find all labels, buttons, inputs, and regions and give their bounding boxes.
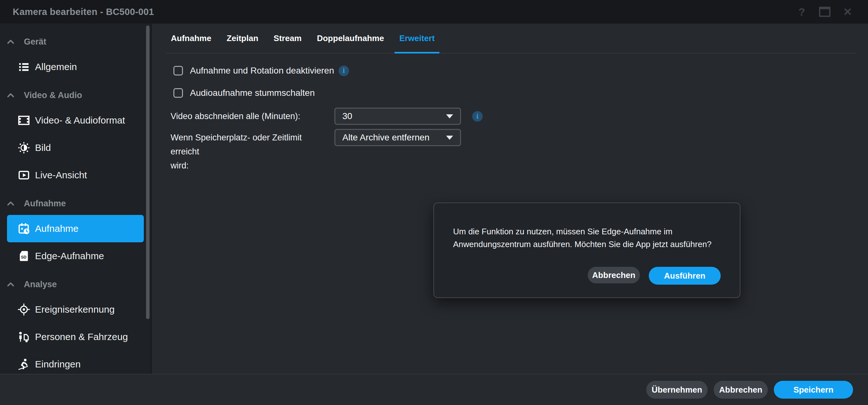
tab-bar: AufnahmeZeitplanStreamDoppelaufnahmeErwe…: [166, 24, 856, 54]
abbrechen-button[interactable]: Abbrechen: [714, 381, 768, 399]
sidebar-section-header-video-audio[interactable]: Video & Audio: [0, 84, 151, 107]
sidebar-item-label: Allgemein: [35, 61, 77, 72]
footer-bar: ÜbernehmenAbbrechenSpeichern: [0, 374, 868, 405]
content-panel: AufnahmeZeitplanStreamDoppelaufnahmeErwe…: [152, 24, 868, 374]
sidebar-item-bild[interactable]: Bild: [7, 134, 144, 162]
target-icon: [18, 303, 30, 316]
sidebar: GerätAllgemeinVideo & AudioVideo- & Audi…: [0, 24, 152, 374]
sidebar-section-label: Gerät: [24, 37, 46, 47]
checkbox-label: Audioaufnahme stummschalten: [190, 88, 315, 98]
sidebar-section-label: Analyse: [24, 280, 57, 289]
übernehmen-button[interactable]: Übernehmen: [646, 381, 708, 399]
sidebar-section-analyse: AnalyseEreigniserkennungPersonen & Fahrz…: [0, 273, 151, 374]
tab-aufnahme[interactable]: Aufnahme: [166, 24, 216, 53]
field-row-wenn-speicherplatz-oder-zeitlimit-erreicht: Wenn Speicherplatz- oder Zeitlimit errei…: [170, 129, 868, 173]
brightness-icon: [18, 142, 30, 154]
dialog-buttons: AbbrechenAusführen: [453, 267, 721, 285]
sidebar-item-allgemein[interactable]: Allgemein: [7, 53, 144, 81]
select-video-abschneiden-alle-minuten[interactable]: 30: [334, 108, 461, 125]
sidebar-section-label: Aufnahme: [24, 199, 66, 208]
settings-form: Aufnahme und Rotation deaktiviereniAudio…: [152, 54, 868, 173]
chevron-down-icon: [446, 136, 453, 140]
help-icon[interactable]: ?: [796, 5, 808, 18]
window-controls: ? ✕: [796, 5, 854, 18]
sidebar-item-video-audioformat[interactable]: Video- & Audioformat: [7, 107, 144, 134]
info-icon[interactable]: i: [339, 66, 349, 76]
sidebar-item-ereigniserkennung[interactable]: Ereigniserkennung: [7, 296, 144, 323]
sidebar-item-label: Bild: [35, 142, 51, 153]
sidebar-item-label: Ereigniserkennung: [35, 304, 115, 315]
select-value: Alte Archive entfernen: [342, 133, 430, 143]
sidebar-item-live-ansicht[interactable]: Live-Ansicht: [7, 162, 144, 189]
checkbox-aufnahme-und-rotation-deaktivieren[interactable]: [174, 66, 183, 76]
checkbox-row-aufnahme-und-rotation-deaktivieren: Aufnahme und Rotation deaktiviereni: [170, 63, 868, 78]
abbrechen-button[interactable]: Abbrechen: [588, 267, 640, 283]
person-vehicle-icon: [18, 331, 30, 343]
tab-stream[interactable]: Stream: [269, 24, 306, 53]
maximize-glyph: [819, 7, 831, 17]
list-icon: [18, 61, 30, 73]
sidebar-item-label: Live-Ansicht: [35, 170, 87, 180]
info-icon[interactable]: i: [472, 111, 483, 122]
sidebar-section-header-gerät[interactable]: Gerät: [0, 30, 151, 53]
chevron-down-icon: [446, 114, 453, 118]
sidebar-item-edge-aufnahme[interactable]: SDEdge-Aufnahme: [7, 242, 144, 270]
ausführen-button[interactable]: Ausführen: [649, 267, 721, 285]
checkbox-label: Aufnahme und Rotation deaktivieren: [190, 66, 334, 76]
sidebar-item-personen-fahrzeug[interactable]: Personen & Fahrzeug: [7, 323, 144, 351]
title-bar: Kamera bearbeiten - BC500-001 ? ✕: [0, 0, 868, 24]
svg-text:SD: SD: [21, 255, 27, 260]
field-label: Wenn Speicherplatz- oder Zeitlimit errei…: [170, 129, 334, 173]
sidebar-item-label: Aufnahme: [35, 223, 79, 234]
sidebar-section-header-aufnahme[interactable]: Aufnahme: [0, 192, 151, 215]
sidebar-item-label: Video- & Audioformat: [35, 115, 125, 126]
window-title: Kamera bearbeiten - BC500-001: [13, 7, 154, 17]
chevron-up-icon: [7, 201, 14, 206]
sidebar-section-header-analyse[interactable]: Analyse: [0, 273, 151, 296]
sidebar-section-label: Video & Audio: [24, 90, 82, 100]
sidebar-item-label: Edge-Aufnahme: [35, 251, 104, 261]
select-wenn-speicherplatz-oder-zeitlimit-erreicht[interactable]: Alte Archive entfernen: [334, 129, 461, 146]
close-icon[interactable]: ✕: [842, 5, 854, 18]
sidebar-item-label: Personen & Fahrzeug: [35, 331, 128, 342]
sidebar-scrollbar-thumb[interactable]: [146, 26, 150, 319]
window-body: GerätAllgemeinVideo & AudioVideo- & Audi…: [0, 24, 868, 374]
sidebar-section-video-audio: Video & AudioVideo- & AudioformatBildLiv…: [0, 84, 151, 189]
chevron-up-icon: [7, 39, 14, 44]
tab-zeitplan[interactable]: Zeitplan: [222, 24, 263, 53]
sidebar-item-aufnahme[interactable]: Aufnahme: [7, 215, 144, 242]
intrusion-icon: [18, 358, 30, 370]
speichern-button[interactable]: Speichern: [774, 381, 853, 399]
sidebar-section-gerät: GerätAllgemein: [0, 30, 151, 81]
tab-erweitert[interactable]: Erweitert: [395, 24, 439, 53]
chevron-up-icon: [7, 93, 14, 98]
sidebar-section-aufnahme: AufnahmeAufnahmeSDEdge-Aufnahme: [0, 192, 151, 270]
film-icon: [18, 114, 30, 126]
checkbox-audioaufnahme-stummschalten[interactable]: [174, 88, 183, 98]
sd-card-icon: SD: [18, 250, 30, 262]
field-label: Video abschneiden alle (Minuten):: [170, 108, 334, 125]
confirmation-dialog: Um die Funktion zu nutzen, müssen Sie Ed…: [433, 202, 740, 298]
maximize-icon[interactable]: [819, 5, 831, 18]
calendar-clock-icon: [18, 223, 30, 235]
dialog-message: Um die Funktion zu nutzen, müssen Sie Ed…: [453, 225, 721, 251]
live-view-icon: [18, 169, 30, 181]
chevron-up-icon: [7, 282, 14, 287]
tab-doppelaufnahme[interactable]: Doppelaufnahme: [312, 24, 389, 53]
sidebar-item-eindringen[interactable]: Eindringen: [7, 351, 144, 374]
sidebar-item-label: Eindringen: [35, 359, 81, 370]
checkbox-row-audioaufnahme-stummschalten: Audioaufnahme stummschalten: [170, 85, 868, 100]
field-row-video-abschneiden-alle-minuten: Video abschneiden alle (Minuten):30i: [170, 108, 868, 125]
select-value: 30: [342, 111, 352, 121]
